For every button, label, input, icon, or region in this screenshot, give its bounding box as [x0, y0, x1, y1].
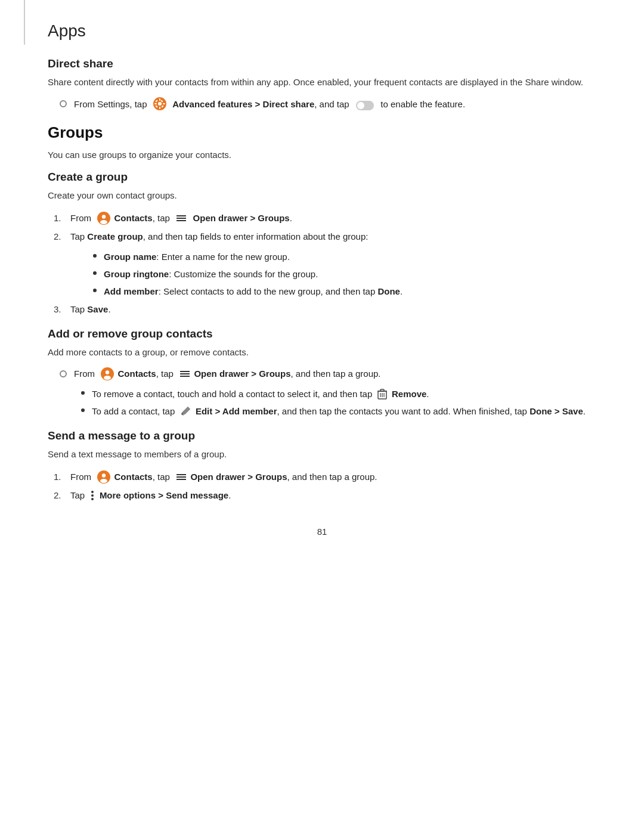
svg-rect-3 — [159, 107, 160, 109]
add-member-text: Add member: Select contacts to add to th… — [104, 284, 402, 299]
add-contact-item: To add a contact, tap Edit > Add member,… — [81, 404, 596, 419]
contacts-label-2: Contacts — [118, 368, 156, 379]
step-num-3: 3. — [54, 302, 70, 317]
step-num-2: 2. — [54, 230, 70, 244]
svg-point-14 — [106, 370, 109, 374]
group-name-text: Group name: Enter a name for the new gro… — [104, 250, 290, 264]
groups-title: Groups — [48, 123, 596, 142]
dot-bullet-5 — [81, 408, 85, 412]
direct-share-step-text: From Settings, tap — [74, 98, 465, 113]
step-3-text: Tap Save. — [70, 302, 111, 317]
svg-rect-4 — [154, 103, 157, 104]
trash-icon — [377, 389, 387, 400]
svg-point-15 — [104, 376, 111, 380]
send-step-num-2: 2. — [54, 488, 70, 503]
create-group-section: Create a group Create your own contact g… — [48, 171, 596, 317]
more-options-icon — [91, 491, 94, 500]
send-message-steps: 1. From Contacts, tap — [48, 470, 596, 503]
send-message-section: Send a message to a group Send a text me… — [48, 429, 596, 503]
contacts-icon-2 — [101, 367, 114, 380]
svg-rect-2 — [159, 98, 160, 101]
group-name-item: Group name: Enter a name for the new gro… — [93, 250, 596, 264]
menu-icon-3 — [177, 474, 186, 480]
add-member-item: Add member: Select contacts to add to th… — [93, 284, 596, 299]
create-group-step-2: 2. Tap Create group, and then tap fields… — [48, 230, 596, 244]
direct-share-section: Direct share Share content directly with… — [48, 57, 596, 113]
group-ringtone-text: Group ringtone: Customize the sounds for… — [104, 267, 318, 281]
add-remove-title: Add or remove group contacts — [48, 327, 596, 340]
more-options-send-label: More options > Send message — [100, 490, 228, 500]
settings-gear-icon — [153, 97, 166, 112]
add-remove-section: Add or remove group contacts Add more co… — [48, 327, 596, 419]
open-drawer-groups-1: Open drawer > Groups — [193, 213, 290, 223]
step-1-text: From Contacts, tap Open d — [70, 211, 292, 225]
open-drawer-groups-2: Open drawer > Groups — [194, 368, 290, 379]
send-step-num-1: 1. — [54, 470, 70, 484]
send-message-title: Send a message to a group — [48, 429, 596, 442]
step-num-1: 1. — [54, 211, 70, 225]
send-message-desc: Send a text message to members of a grou… — [48, 447, 596, 462]
page-container: Apps Direct share Share content directly… — [0, 0, 644, 833]
menu-icon-2 — [180, 371, 190, 377]
svg-point-12 — [100, 220, 107, 224]
group-ringtone-item: Group ringtone: Customize the sounds for… — [93, 267, 596, 281]
svg-rect-5 — [163, 103, 165, 104]
open-drawer-groups-3: Open drawer > Groups — [190, 472, 287, 482]
svg-point-25 — [102, 473, 106, 477]
contacts-icon-3 — [97, 470, 110, 484]
toggle-icon — [356, 101, 374, 110]
create-group-step3-list: 3. Tap Save. — [48, 302, 596, 317]
add-remove-desc: Add more contacts to a group, or remove … — [48, 345, 596, 360]
contacts-icon-1 — [96, 213, 114, 223]
groups-desc: You can use groups to organize your cont… — [48, 148, 596, 162]
create-group-steps: 1. From Contacts, tap — [48, 211, 596, 244]
add-remove-step: From Contacts, tap Open drawer > — [48, 368, 596, 381]
create-group-label: Create group — [87, 231, 143, 241]
direct-share-steps: From Settings, tap — [48, 98, 596, 113]
create-group-sub-bullets: Group name: Enter a name for the new gro… — [60, 250, 596, 299]
remove-contact-text: To remove a contact, touch and hold a co… — [92, 387, 429, 401]
create-group-step-1: 1. From Contacts, tap — [48, 211, 596, 225]
apps-title: Apps — [48, 21, 86, 40]
direct-share-step-1: From Settings, tap — [48, 98, 596, 113]
edit-add-member-label: Edit > Add member — [196, 406, 277, 416]
dot-bullet-4 — [81, 391, 85, 395]
dot-bullet-3 — [93, 289, 97, 292]
contacts-label-3: Contacts — [114, 472, 153, 482]
send-message-step-2: 2. Tap More options > Send message. — [48, 488, 596, 503]
create-group-title: Create a group — [48, 171, 596, 184]
remove-label: Remove — [392, 389, 426, 399]
svg-point-1 — [158, 102, 162, 106]
contacts-label-1: Contacts — [114, 213, 153, 223]
dot-bullet-2 — [93, 271, 97, 275]
save-label: Save — [87, 304, 108, 314]
send-message-step-1: 1. From Contacts, tap — [48, 470, 596, 484]
groups-section: Groups You can use groups to organize yo… — [48, 123, 596, 503]
left-border-decoration — [24, 0, 25, 45]
send-step-2-text: Tap More options > Send message. — [70, 488, 231, 503]
add-remove-sub-bullets: To remove a contact, touch and hold a co… — [60, 387, 596, 419]
bullet-circle-2 — [60, 370, 67, 377]
step-2-text: Tap Create group, and then tap fields to… — [70, 230, 368, 244]
menu-icon-1 — [177, 215, 186, 221]
page-number: 81 — [48, 527, 596, 537]
remove-contact-item: To remove a contact, touch and hold a co… — [81, 387, 596, 401]
svg-point-11 — [102, 215, 106, 218]
create-group-step-3: 3. Tap Save. — [48, 302, 596, 317]
direct-share-title: Direct share — [48, 57, 596, 70]
send-step-1-text: From Contacts, tap Open drawer > — [70, 470, 377, 484]
add-remove-step-1: From Contacts, tap Open drawer > — [48, 368, 596, 381]
bullet-circle-icon — [60, 100, 67, 107]
add-contact-text: To add a contact, tap Edit > Add member,… — [92, 404, 586, 419]
pencil-icon — [180, 406, 191, 417]
add-remove-step-text: From Contacts, tap Open drawer > — [74, 368, 380, 381]
advanced-features-label: Advanced features > Direct share — [172, 99, 314, 109]
direct-share-desc: Share content directly with your contact… — [48, 75, 596, 89]
dot-bullet-1 — [93, 254, 97, 258]
svg-point-26 — [100, 479, 107, 483]
create-group-desc: Create your own contact groups. — [48, 188, 596, 203]
